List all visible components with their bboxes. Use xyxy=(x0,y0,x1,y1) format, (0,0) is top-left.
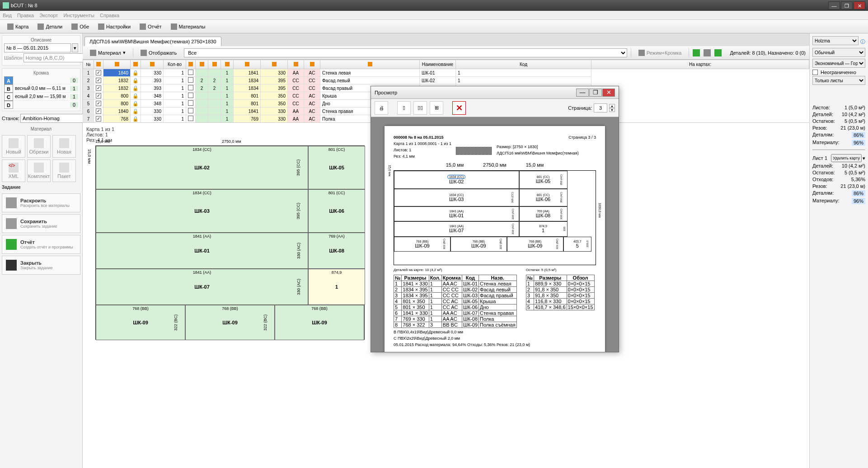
row-check[interactable] xyxy=(96,70,101,75)
close-button[interactable]: ✕ xyxy=(854,1,865,9)
lock-icon[interactable]: 🔒 xyxy=(132,78,139,83)
row-check2[interactable] xyxy=(188,100,193,106)
machine-input[interactable] xyxy=(20,114,87,123)
row-check2[interactable] xyxy=(188,70,193,75)
cut-part[interactable]: 1841 (AA)ШК-07330 (AC) xyxy=(96,269,308,305)
row-check[interactable] xyxy=(96,116,101,122)
edge-row[interactable]: D0 xyxy=(4,101,78,109)
info-icon[interactable]: ⓘ xyxy=(860,38,865,45)
grid-header[interactable] xyxy=(261,60,288,69)
row-check[interactable] xyxy=(96,101,101,106)
material-tool-button[interactable]: Обрезки xyxy=(27,135,51,158)
toolbar-button[interactable]: Отчёт xyxy=(136,22,165,31)
preview-close[interactable]: ✕ xyxy=(602,89,615,97)
grid-header[interactable] xyxy=(196,60,208,69)
page-down[interactable]: ▼ xyxy=(609,108,615,112)
lock-icon[interactable]: 🔒 xyxy=(132,116,139,122)
display-button[interactable]: Отображать xyxy=(137,48,180,57)
material-button[interactable]: Материал ▾ xyxy=(86,48,129,57)
algo-select[interactable]: Экономичный — Гориз... xyxy=(812,59,865,68)
menu-item[interactable]: Инструменты xyxy=(63,13,94,18)
grid-header[interactable] xyxy=(103,60,131,69)
grid-header[interactable] xyxy=(234,60,261,69)
cut-part[interactable]: 768 (BB)ШК-09 xyxy=(275,305,364,340)
menu-item[interactable]: Экспорт xyxy=(39,13,58,18)
task-button[interactable]: ОтчётСоздать отчёт и программы xyxy=(2,235,80,254)
sheets-select[interactable]: Только листы xyxy=(812,76,865,85)
cut-part[interactable]: 1834 (CC)ШК-02395 (CC) xyxy=(96,146,308,189)
preview-body[interactable]: 000008 № 8 на 05.01.2015 Страница 3 / 3 … xyxy=(371,117,619,352)
cut-part[interactable]: 768 (BB)ШК-09322 (BC) xyxy=(96,305,185,340)
toolbar-button[interactable]: Настройки xyxy=(94,22,134,31)
row-check2[interactable] xyxy=(188,85,193,90)
menu-item[interactable]: Правка xyxy=(17,13,34,18)
tpl-input[interactable] xyxy=(23,53,90,62)
mode-select[interactable]: Обычный xyxy=(812,48,865,57)
lock-icon[interactable]: 🔒 xyxy=(132,85,139,91)
edge-row[interactable]: Bвесный 0,0 мм — 6,11 м1 xyxy=(4,84,78,93)
grid-header[interactable] xyxy=(186,60,196,69)
tool-icon-3[interactable] xyxy=(714,49,722,56)
grid-header[interactable] xyxy=(131,60,141,69)
material-tool-button[interactable]: Пакет xyxy=(52,159,76,182)
table-row[interactable]: 11840🔒330111841330AAACСтенка леваяШК-011 xyxy=(83,69,809,77)
toolbar-button[interactable]: Карта xyxy=(4,22,32,31)
toolbar-button[interactable]: Материалы xyxy=(167,22,209,31)
preview-min[interactable]: — xyxy=(576,89,589,97)
cut-part[interactable]: 768 (BB)ШК-09322 (BC) xyxy=(185,305,275,340)
row-check[interactable] xyxy=(96,108,101,114)
preview-x[interactable]: ✕ xyxy=(452,101,466,115)
tool-icon-2[interactable] xyxy=(704,49,711,56)
machine-select[interactable]: Holzma xyxy=(812,36,859,45)
row-check2[interactable] xyxy=(188,77,193,83)
grid-header[interactable]: Код xyxy=(456,60,591,69)
maximize-button[interactable]: ❐ xyxy=(841,1,853,9)
grid-header[interactable] xyxy=(221,60,234,69)
cut-part[interactable]: 1841 (AA)ШК-01330 (AC) xyxy=(96,233,308,269)
grid-header[interactable] xyxy=(141,60,164,69)
toolbar-button[interactable]: Обе xyxy=(68,22,93,31)
task-button[interactable]: ЗакрытьЗакрыть задание xyxy=(2,256,80,275)
cutting-sheet[interactable]: 1834 (CC)ШК-02395 (CC)801 (CC)ШК-051834 … xyxy=(95,145,365,340)
print-button[interactable]: 🖨 xyxy=(375,101,388,115)
page-input[interactable] xyxy=(594,103,607,112)
cut-part[interactable]: 801 (CC)ШК-06 xyxy=(308,189,365,233)
page-view-3[interactable]: ⊞ xyxy=(430,101,443,115)
lock-icon[interactable]: 🔒 xyxy=(132,108,139,114)
grid-header[interactable]: Наименование xyxy=(420,60,456,69)
grid-header[interactable] xyxy=(208,60,221,69)
material-tool-button[interactable]: Новая xyxy=(52,135,76,158)
cut-part[interactable]: 1834 (CC)ШК-03395 (CC) xyxy=(96,189,308,233)
lock-icon[interactable]: 🔒 xyxy=(132,70,139,75)
card-dd[interactable]: ▾ xyxy=(863,155,865,161)
lock-icon[interactable]: 🔒 xyxy=(132,93,139,98)
material-tool-button[interactable]: Новый xyxy=(2,135,25,158)
grid-header[interactable] xyxy=(320,60,420,69)
lock-icon[interactable]: 🔒 xyxy=(132,101,139,106)
mode-button[interactable]: Режим+Кромка xyxy=(635,48,685,57)
row-check2[interactable] xyxy=(188,116,193,121)
cut-part[interactable]: 769 (AA)ШК-08 xyxy=(308,233,365,269)
desc-input[interactable] xyxy=(4,43,71,52)
preview-max[interactable]: ❐ xyxy=(589,89,602,97)
grid-header[interactable] xyxy=(94,60,103,69)
table-row[interactable]: 21832🔒39312211834395CCCCФасад левыйШК-02… xyxy=(83,77,809,84)
menu-item[interactable]: Вид xyxy=(3,13,12,18)
row-check[interactable] xyxy=(96,93,101,98)
grid-header[interactable] xyxy=(304,60,320,69)
material-tool-button[interactable]: </>XML xyxy=(2,159,25,182)
grid-header[interactable] xyxy=(288,60,304,69)
minimize-button[interactable]: — xyxy=(828,1,840,9)
cut-part[interactable]: 801 (CC)ШК-05 xyxy=(308,146,365,189)
page-view-1[interactable]: ▯ xyxy=(397,101,411,115)
menu-item[interactable]: Справка xyxy=(100,13,119,18)
grid-header[interactable]: На картах: xyxy=(591,60,809,69)
material-tool-button[interactable]: Комплект xyxy=(27,159,51,182)
cut-part[interactable]: 874,91 xyxy=(308,269,365,305)
tool-icon-1[interactable] xyxy=(693,49,700,56)
grid-header[interactable]: Кол-во xyxy=(164,60,186,69)
unlimited-check[interactable] xyxy=(812,70,818,75)
row-check2[interactable] xyxy=(188,93,193,98)
row-check2[interactable] xyxy=(188,108,193,113)
grid-header[interactable]: № xyxy=(83,60,94,69)
